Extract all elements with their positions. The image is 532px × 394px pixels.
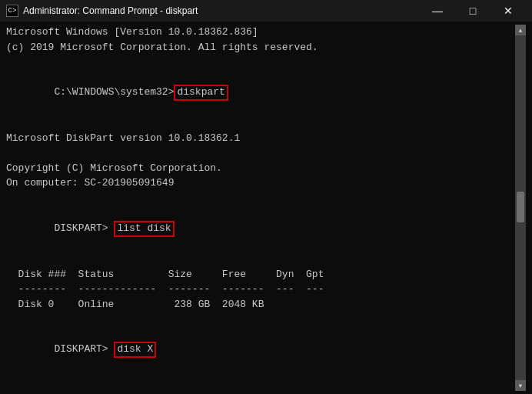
line-17-diskx-cmd: DISKPART> disk X (6, 327, 515, 373)
title-bar-left: C> Administrator: Command Prompt - diskp… (6, 5, 198, 17)
scrollbar[interactable]: ▲ ▼ (515, 25, 526, 391)
table-separator: -------- ------------- ------- ------- -… (6, 282, 515, 297)
prompt-c: C:\WINDOWS\system32> (54, 86, 174, 98)
scrollbar-thumb[interactable] (517, 192, 524, 222)
line-3 (6, 55, 515, 70)
line-10 (6, 191, 515, 206)
scroll-up-arrow[interactable]: ▲ (515, 25, 526, 35)
table-header: Disk ### Status Size Free Dyn Gpt (6, 267, 515, 282)
cmd-disk-x: disk X (114, 342, 156, 358)
cmd-diskpart: diskpart (174, 85, 228, 101)
title-bar: C> Administrator: Command Prompt - diskp… (0, 0, 532, 22)
maximize-button[interactable]: □ (455, 0, 490, 22)
table-row-disk0: Disk 0 Online 238 GB 2048 KB (6, 297, 515, 312)
close-button[interactable]: ✕ (490, 0, 526, 22)
cmd-list-disk: list disk (114, 221, 174, 237)
window-title: Administrator: Command Prompt - diskpart (23, 5, 198, 16)
line-4-diskpart-cmd: C:\WINDOWS\system32>diskpart (6, 70, 515, 116)
line-5 (6, 115, 515, 131)
line-9: On computer: SC-201905091649 (6, 175, 515, 191)
scroll-down-arrow[interactable]: ▼ (515, 380, 526, 391)
line-12 (6, 252, 515, 267)
line-1: Microsoft Windows [Version 10.0.18362.83… (6, 25, 515, 40)
prompt-diskpart-1: DISKPART> (54, 222, 114, 234)
line-16 (6, 312, 515, 327)
empty-space (6, 373, 515, 391)
minimize-button[interactable]: — (420, 0, 455, 22)
terminal-content[interactable]: Microsoft Windows [Version 10.0.18362.83… (6, 25, 515, 391)
line-11-listdisk-cmd: DISKPART> list disk (6, 205, 515, 252)
app-icon: C> (6, 5, 18, 17)
title-bar-controls: — □ ✕ (420, 0, 526, 22)
line-7 (6, 145, 515, 161)
prompt-diskpart-2: DISKPART> (54, 343, 114, 355)
line-6: Microsoft DiskPart version 10.0.18362.1 (6, 131, 515, 146)
terminal-body: Microsoft Windows [Version 10.0.18362.83… (0, 22, 532, 394)
line-2: (c) 2019 Microsoft Corporation. All righ… (6, 40, 515, 55)
line-8: Copyright (C) Microsoft Corporation. (6, 161, 515, 176)
window: C> Administrator: Command Prompt - diskp… (0, 0, 532, 394)
